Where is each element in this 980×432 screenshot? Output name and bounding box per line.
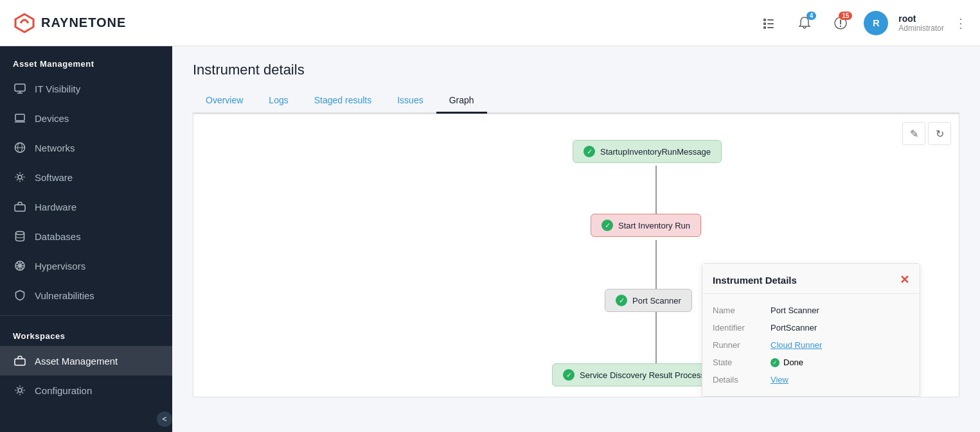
asterisk-icon (13, 259, 27, 273)
node-label-startup: StartupInventoryRunMessage (600, 147, 711, 157)
sidebar-item-it-visibility[interactable]: IT Visibility (0, 74, 172, 103)
user-name: root (898, 13, 944, 24)
details-close-btn[interactable]: ✕ (900, 273, 909, 287)
svg-rect-9 (15, 84, 25, 91)
page-title: Instrument details (193, 62, 959, 78)
details-label-runner: Runner (713, 340, 771, 350)
node-label-port-scanner: Port Scanner (632, 296, 681, 306)
details-row-name: Name Port Scanner (713, 302, 909, 319)
logo-text: RAYNETONE (41, 15, 126, 30)
topbar: RAYNETONE 4 15 (0, 0, 980, 46)
tab-issues[interactable]: Issues (384, 89, 436, 114)
svg-rect-3 (767, 23, 774, 24)
details-title: Instrument Details (713, 275, 797, 286)
notifications-btn[interactable]: 4 (792, 10, 817, 36)
svg-rect-2 (763, 22, 766, 25)
state-text: Done (783, 358, 803, 367)
details-row-identifier: Identifier PortScanner (713, 319, 909, 336)
graph-node-startup[interactable]: ✓ StartupInventoryRunMessage (573, 140, 722, 163)
state-dot-icon (771, 358, 780, 367)
svg-rect-1 (767, 19, 774, 21)
user-role: Administrator (898, 24, 944, 33)
briefcase-workspace-icon (13, 354, 27, 368)
sidebar-workspaces-title: Workspaces (0, 321, 172, 346)
svg-rect-12 (15, 114, 24, 121)
details-panel: Instrument Details ✕ Name Port Scanner I… (702, 263, 920, 397)
page-content: Instrument details Overview Logs Staged … (172, 46, 980, 413)
details-value-identifier: PortScanner (771, 323, 817, 333)
sidebar: Asset Management IT Visibility Devices N… (0, 0, 172, 432)
details-label-identifier: Identifier (713, 323, 771, 333)
sidebar-item-label: Devices (35, 113, 69, 124)
database-icon (13, 229, 27, 243)
node-label-start-run: Start Inventory Run (618, 221, 690, 230)
svg-rect-0 (763, 19, 766, 21)
sidebar-item-label: Software (35, 172, 73, 183)
details-row-state: State Done (713, 354, 909, 371)
monitor-icon (13, 82, 27, 96)
more-options-btn[interactable]: ⋮ (954, 15, 967, 31)
node-check-service-discovery: ✓ (563, 369, 575, 381)
graph-node-port-scanner[interactable]: ✓ Port Scanner (605, 289, 692, 312)
config-gear-icon (13, 383, 27, 397)
details-label-state: State (713, 358, 771, 367)
tab-graph[interactable]: Graph (436, 89, 487, 114)
graph-node-start-run[interactable]: ✓ Start Inventory Run (591, 214, 701, 237)
logo-icon (13, 12, 36, 35)
list-icon-btn[interactable] (756, 10, 781, 36)
briefcase-icon (13, 200, 27, 214)
sidebar-item-hardware[interactable]: Hardware (0, 192, 172, 221)
svg-rect-4 (763, 26, 766, 29)
details-row-runner: Runner Cloud Runner (713, 336, 909, 354)
details-label-details: Details (713, 375, 771, 384)
details-header: Instrument Details ✕ (702, 264, 920, 294)
sidebar-item-asset-management-workspace[interactable]: Asset Management (0, 346, 172, 376)
svg-point-17 (18, 175, 22, 179)
notifications-badge: 4 (806, 12, 817, 20)
sidebar-item-hypervisors[interactable]: Hypervisors (0, 251, 172, 281)
user-info: root Administrator (898, 13, 944, 33)
tabs: Overview Logs Staged results Issues Grap… (193, 89, 959, 114)
sidebar-item-vulnerabilities[interactable]: Vulnerabilities (0, 281, 172, 310)
shield-icon (13, 288, 27, 302)
avatar[interactable]: R (864, 11, 888, 35)
details-value-runner[interactable]: Cloud Runner (771, 340, 822, 350)
details-label-name: Name (713, 306, 771, 315)
svg-point-19 (16, 232, 24, 235)
details-value-state: Done (771, 358, 803, 367)
tab-logs[interactable]: Logs (256, 89, 301, 114)
graph-container: ✎ ↻ ✓ StartupInventoryRunMessage (193, 114, 959, 397)
details-row-details: Details View (713, 371, 909, 388)
graph-toolbar: ✎ ↻ (902, 122, 951, 145)
sidebar-item-label: IT Visibility (35, 83, 80, 94)
sidebar-item-label: Hypervisors (35, 261, 85, 272)
details-value-details[interactable]: View (771, 375, 788, 384)
sidebar-item-configuration[interactable]: Configuration (0, 376, 172, 405)
details-body: Name Port Scanner Identifier PortScanner… (702, 294, 920, 396)
node-check-start-run: ✓ (601, 220, 613, 231)
details-value-name: Port Scanner (771, 306, 819, 315)
laptop-icon (13, 111, 27, 125)
main-content: Instrument details Overview Logs Staged … (172, 0, 980, 432)
topbar-right: 4 15 R root Administrator ⋮ (756, 10, 967, 36)
graph-node-service-discovery[interactable]: ✓ Service Discovery Result Processor (552, 363, 724, 386)
tab-staged-results[interactable]: Staged results (301, 89, 385, 114)
sidebar-collapse-btn[interactable]: < (157, 411, 172, 427)
node-label-service-discovery: Service Discovery Result Processor (580, 370, 713, 380)
svg-rect-5 (767, 27, 774, 28)
tab-overview[interactable]: Overview (193, 89, 256, 114)
sidebar-item-software[interactable]: Software (0, 162, 172, 192)
graph-edit-btn[interactable]: ✎ (902, 122, 925, 145)
sidebar-item-label: Databases (35, 231, 81, 242)
graph-refresh-btn[interactable]: ↻ (928, 122, 951, 145)
sidebar-item-databases[interactable]: Databases (0, 221, 172, 251)
sidebar-item-label: Vulnerabilities (35, 290, 94, 301)
svg-rect-25 (15, 359, 25, 365)
sidebar-asset-management-title: Asset Management (0, 46, 172, 74)
graph-inner: ✓ StartupInventoryRunMessage ✓ Start Inv… (193, 114, 959, 397)
svg-rect-18 (15, 205, 25, 211)
sidebar-item-networks[interactable]: Networks (0, 133, 172, 162)
sidebar-item-devices[interactable]: Devices (0, 103, 172, 133)
logo: RAYNETONE (13, 12, 126, 35)
alerts-btn[interactable]: 15 (828, 10, 853, 36)
